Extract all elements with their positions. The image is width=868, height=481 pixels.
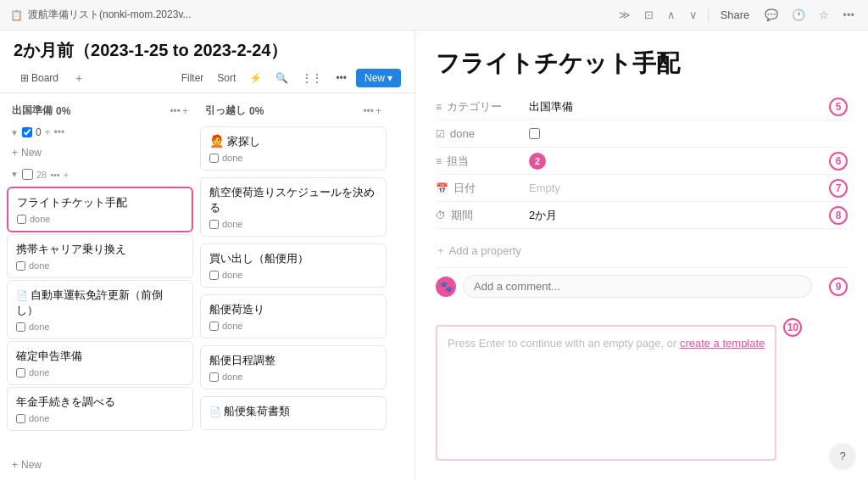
card-flight-checkbox[interactable] (17, 215, 26, 224)
prop-row-date: 📅 日付 Empty 7 (436, 175, 848, 202)
prop-date-value[interactable]: Empty (529, 182, 819, 194)
prop-duration-label: ⏱ 期間 (436, 208, 529, 223)
card-mobile-checkbox[interactable] (16, 261, 25, 271)
create-template-link[interactable]: create a template (680, 337, 765, 350)
new-row-1[interactable]: + New (7, 143, 193, 162)
lightning-btn[interactable]: ⚡ (245, 70, 266, 87)
chevron-down-icon: ▾ (387, 72, 392, 84)
group-chevron-icon[interactable]: ▼ (10, 128, 19, 137)
card-mobile-carrier[interactable]: 携帯キャリア乗り換え done (7, 234, 193, 278)
board-view-btn[interactable]: ⊞ Board (14, 70, 65, 87)
sort-btn[interactable]: Sort (213, 70, 240, 87)
more-icon-btn[interactable]: ••• (839, 7, 858, 23)
card-shopping[interactable]: 買い出し（船便用） done (200, 243, 387, 288)
card-airfreight-title: 航空便荷造りスケジュールを決める (209, 185, 377, 215)
card-airfreight-checkbox[interactable] (209, 220, 219, 229)
comment-icon-btn[interactable]: 💬 (761, 7, 782, 23)
group28-add-btn[interactable]: + (64, 170, 69, 180)
prop-assignee-name: 担当 (447, 154, 469, 169)
expand-icon-btn[interactable]: ≫ (615, 7, 634, 23)
col1-add-btn[interactable]: + (182, 105, 188, 117)
group-count: 0 (36, 126, 42, 138)
prop-duration-value[interactable]: 2か月 (529, 208, 819, 223)
card-license-checkbox[interactable] (16, 322, 25, 332)
group-add-btn[interactable]: + (45, 126, 51, 138)
group-more-btn[interactable]: ••• (54, 126, 65, 138)
group28-count: 28 (36, 170, 47, 180)
duration-icon: ⏱ (436, 210, 446, 221)
new-row-label: New (21, 147, 42, 159)
card-tax[interactable]: 確定申告準備 done (7, 341, 193, 385)
col2-pct: 0% (249, 105, 264, 117)
card-sea-packing-checkbox[interactable] (209, 322, 219, 331)
col1-header: 出国準備 0% ••• + (7, 100, 193, 121)
group-checkbox[interactable] (22, 127, 32, 137)
nav-up-btn[interactable]: ∧ (664, 7, 679, 23)
doc-icon: 📄 (16, 290, 31, 300)
right-content: フライトチケット手配 ≡ カテゴリー 出国準備 5 ☑ (415, 31, 868, 481)
sidebar-icon-btn[interactable]: ⊡ (641, 7, 657, 23)
card-flight-ticket[interactable]: フライトチケット手配 done (7, 187, 193, 232)
col2-add-btn[interactable]: + (376, 105, 381, 117)
new-button[interactable]: New ▾ (356, 69, 401, 87)
card-sea-schedule-checkbox[interactable] (209, 372, 219, 382)
prop-category-name: カテゴリー (447, 99, 502, 115)
card-house[interactable]: 🧑‍🦰 家探し done (200, 126, 387, 171)
card-sea-packing[interactable]: 船便荷造り done (200, 294, 387, 338)
category-tag[interactable]: 出国準備 (529, 100, 573, 113)
add-view-btn[interactable]: + (70, 69, 87, 87)
card-pension[interactable]: 年金手続きを調べる done (7, 387, 193, 431)
prop-assignee-value[interactable]: 2 (529, 153, 819, 170)
card-tax-title: 確定申告準備 (16, 349, 184, 364)
card-tax-checkbox[interactable] (16, 368, 25, 378)
search-btn[interactable]: 🔍 (271, 70, 292, 87)
share-button[interactable]: Share (715, 7, 755, 23)
card-airfreight[interactable]: 航空便荷造りスケジュールを決める done (200, 177, 387, 237)
prop-category-value[interactable]: 出国準備 (529, 99, 819, 115)
col2-header: 引っ越し 0% ••• + (200, 100, 387, 121)
card-shopping-title: 買い出し（船便用） (209, 251, 377, 266)
col2-more-btn[interactable]: ••• (363, 105, 374, 117)
card-flight-done-label: done (30, 214, 50, 224)
right-panel: フライトチケット手配 ≡ カテゴリー 出国準備 5 ☑ (415, 31, 868, 481)
col1-more-btn[interactable]: ••• (170, 105, 181, 117)
duration-tag[interactable]: 2か月 (529, 209, 557, 221)
help-button[interactable]: ? (831, 444, 854, 467)
assignee-badge: 2 (529, 153, 546, 170)
nav-down-btn[interactable]: ∨ (686, 7, 701, 23)
prop-date-name: 日付 (453, 181, 476, 196)
add-property-btn[interactable]: + Add a property (436, 239, 848, 262)
card-house-title: 🧑‍🦰 家探し (209, 134, 377, 149)
comment-input[interactable] (463, 275, 812, 298)
done-icon: ☑ (436, 128, 445, 140)
card-sea-schedule-title: 船便日程調整 (209, 353, 377, 368)
card-tax-done-label: done (29, 367, 49, 378)
doc2-icon: 📄 (209, 406, 224, 417)
star-icon-btn[interactable]: ☆ (815, 7, 832, 23)
group28-chevron[interactable]: ▼ (10, 170, 19, 179)
card-license[interactable]: 📄 自動車運転免許更新（前倒し） done (7, 280, 193, 339)
properties-section: ≡ カテゴリー 出国準備 5 ☑ done (436, 93, 848, 229)
card-house-checkbox[interactable] (209, 154, 219, 163)
filter-btn[interactable]: Filter (177, 70, 209, 87)
step-8-badge: 8 (829, 206, 848, 225)
body-area[interactable]: Press Enter to continue with an empty pa… (436, 325, 776, 461)
card-sea-docs[interactable]: 📄 船便集荷書類 (200, 396, 387, 430)
group28-checkbox[interactable] (22, 169, 33, 180)
card-sea-schedule[interactable]: 船便日程調整 done (200, 345, 387, 389)
layout-btn[interactable]: ⋮⋮ (298, 70, 326, 87)
card-shopping-checkbox[interactable] (209, 271, 219, 280)
new-row-bottom[interactable]: + New (7, 456, 193, 474)
history-icon-btn[interactable]: 🕐 (788, 7, 809, 23)
done-checkbox[interactable] (529, 128, 540, 139)
board-area: 出国準備 0% ••• + ▼ 0 + ••• + (0, 93, 415, 481)
card-sea-schedule-done: done (209, 372, 377, 382)
more-toolbar-btn[interactable]: ••• (331, 70, 351, 87)
right-nav-controls: ≫ ⊡ ∧ ∨ Share 💬 🕐 ☆ ••• (615, 7, 858, 23)
card-mobile-done: done (16, 260, 184, 271)
step-10-badge: 10 (783, 318, 802, 337)
prop-row-assignee: ≡ 担当 2 6 (436, 148, 848, 175)
group28-more-btn[interactable]: ••• (50, 170, 60, 180)
col2-cards: 🧑‍🦰 家探し done 航空便荷造りスケジュールを決める (200, 125, 387, 474)
card-pension-checkbox[interactable] (16, 414, 25, 423)
